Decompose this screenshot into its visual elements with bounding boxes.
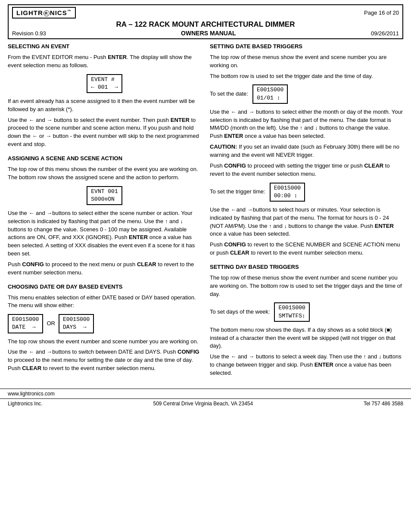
para-solid-block: The bottom menu row shows the days. If a… [210, 326, 403, 351]
section-title-choosing: CHOOSING DATE OR DAY BASED EVENTS [8, 283, 201, 291]
logo-trademark: ™ [67, 9, 72, 13]
header-bottom: Revision 0.93 OWNERS MANUAL 09/26/2011 [12, 30, 399, 37]
display-trigger-t-line2: 00:00 ↕ [274, 192, 301, 200]
page-number: Page 16 of 20 [364, 9, 399, 16]
section-title-assigning: ASSIGNING A SCENE AND SCENE ACTION [8, 155, 201, 163]
para-time-use: Use the ←and →buttons to select hours or… [210, 206, 403, 238]
display-or-row: E001S000 DATE → OR E001S000 DAYS → [8, 312, 201, 335]
date: 09/26/2011 [371, 30, 399, 37]
address: 509 Central Drive Virginia Beach, VA 234… [153, 401, 253, 407]
para-event-intro: From the EVENT EDITOR menu - Push ENTER.… [8, 53, 201, 70]
logo-text: LIGHTR [16, 9, 43, 16]
revision: Revision 0.93 [12, 30, 46, 37]
display-scene: EVNT 001 S000¤ON [87, 186, 122, 205]
display-trigger-time: E001S000 00:00 ↕ [270, 183, 305, 202]
to-set-date-label: To set the date: [210, 90, 248, 98]
or-label: OR [47, 320, 55, 328]
header-top: LIGHTRRNICS™ Page 16 of 20 [12, 7, 399, 19]
display-scene-line1: EVNT 001 [91, 188, 118, 196]
logo: LIGHTRRNICS™ [12, 7, 76, 19]
para-arrows-select: Use the ← and → buttons to select the ev… [8, 116, 201, 149]
display-day-trigger-row: To set days of the week: E001S000 SMTWTF… [210, 301, 403, 323]
footer-bottom: Lightronics Inc. 509 Central Drive Virgi… [0, 398, 411, 408]
section-date-triggers: SETTING DATE BASED TRIGGERS The top row … [210, 43, 403, 257]
para-config-clear-date: Push CONFIG to proceed with setting the … [210, 162, 403, 178]
tel: Tel 757 486 3588 [364, 401, 403, 407]
display-days: E001S000 DAYS → [59, 314, 94, 333]
display-date: E001S000 DATE → [8, 314, 43, 333]
para-day-trigger-intro: The top row of these menus show the even… [210, 274, 403, 299]
section-choosing-date-day: CHOOSING DATE OR DAY BASED EVENTS This m… [8, 283, 201, 373]
display-line2: ← 001 → [91, 84, 118, 91]
footer-top: www.lightronics.com [0, 389, 411, 398]
section-assigning-scene: ASSIGNING A SCENE AND SCENE ACTION The t… [8, 155, 201, 277]
display-days-line1: E001S000 [63, 316, 90, 324]
para-day-use: Use the ← and → buttons to select a week… [210, 353, 403, 377]
section-selecting-event: SELECTING AN EVENT From the EVENT EDITOR… [8, 43, 201, 149]
section-day-triggers: SETTING DAY BASED TRIGGERS The top row o… [210, 263, 403, 377]
website: www.lightronics.com [8, 391, 55, 397]
display-date-line1: E001S000 [12, 316, 39, 324]
para-scene-use: Use the ← and →buttons to select either … [8, 209, 201, 258]
registered-icon: R [44, 10, 50, 16]
display-days-line2: DAYS → [63, 324, 90, 331]
display-scene-line2: S000¤ON [91, 196, 118, 203]
section-title-selecting-event: SELECTING AN EVENT [8, 43, 201, 51]
display-trigger-t-line1: E001S000 [274, 184, 301, 192]
para-choosing-intro: This menu enables selection of either DA… [8, 294, 201, 310]
owners-manual: OWNERS MANUAL [46, 30, 371, 37]
display-day-t-line1: E001S000 [278, 304, 305, 312]
display-day-t-line2: SMTWTFS↕ [278, 312, 305, 320]
para-switch-config: Use the ← and →buttons to switch between… [8, 348, 201, 373]
left-column: SELECTING AN EVENT From the EVENT EDITOR… [8, 43, 201, 383]
para-date-trigger-intro2: The bottom row is used to set the trigge… [210, 72, 403, 81]
para-scene-intro: The top row of this menu shows the numbe… [8, 165, 201, 182]
display-trigger-time-row: To set the trigger time: E001S000 00:00 … [210, 181, 403, 203]
display-date-t-line1: E001S000 [257, 86, 283, 94]
to-set-trigger-label: To set the trigger time: [210, 188, 265, 196]
para-date-trigger-intro1: The top row of these menus show the even… [210, 53, 403, 70]
para-toprow: The top row shows the event number and s… [8, 338, 201, 346]
display-event-select: EVENT # ← 001 → [87, 74, 122, 93]
display-event-select-container: EVENT # ← 001 → [8, 72, 201, 95]
display-scene-container: EVNT 001 S000¤ON [8, 184, 201, 207]
logo-nics: NICS [50, 9, 67, 16]
text-enter-bold: ENTER [108, 54, 127, 60]
header: LIGHTRRNICS™ Page 16 of 20 RA – 122 RACK… [8, 4, 403, 39]
display-day-trigger: E001S000 SMTWTFS↕ [274, 302, 309, 321]
para-caution: CAUTION: If you set an invalid date (suc… [210, 143, 403, 159]
display-date-t-line2: 01/01 ↕ [257, 94, 283, 102]
page: LIGHTRRNICS™ Page 16 of 20 RA – 122 RACK… [0, 4, 411, 532]
company: Lightronics Inc. [8, 401, 43, 407]
document-title: RA – 122 RACK MOUNT ARCHITECTURAL DIMMER [12, 20, 399, 29]
section-title-date-triggers: SETTING DATE BASED TRIGGERS [210, 43, 403, 51]
para-scene-config: Push CONFIG to proceed to the next menu … [8, 261, 201, 277]
para-date-use: Use the ← and → buttons to select either… [210, 108, 403, 140]
content-columns: SELECTING AN EVENT From the EVENT EDITOR… [8, 43, 403, 383]
right-column: SETTING DATE BASED TRIGGERS The top row … [210, 43, 403, 383]
display-date-line2: DATE → [12, 324, 39, 331]
display-line1: EVENT # [91, 76, 118, 84]
display-date-trigger: E001S000 01/01 ↕ [252, 84, 288, 103]
display-date-trigger-row: To set the date: E001S000 01/01 ↕ [210, 83, 403, 105]
text-from-event: From the EVENT EDITOR menu - Push [8, 54, 108, 60]
section-title-day-triggers: SETTING DAY BASED TRIGGERS [210, 263, 403, 271]
para-asterisk: If an event already has a scene assigned… [8, 97, 201, 114]
para-config-scene: Push CONFIG to revert to the SCENE NUMBE… [210, 241, 403, 257]
to-set-days-label: To set days of the week: [210, 308, 270, 316]
